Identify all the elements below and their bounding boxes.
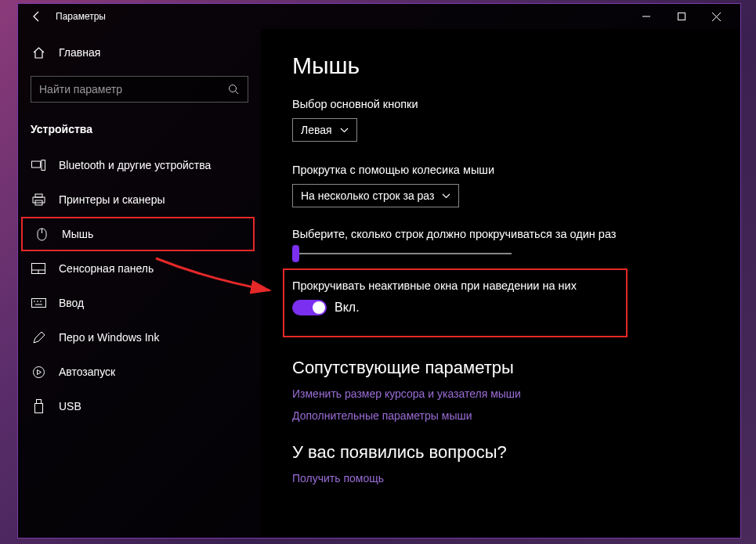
toggle-state-label: Вкл. <box>335 301 360 315</box>
related-heading: Сопутствующие параметры <box>292 358 709 378</box>
close-button[interactable] <box>699 5 734 28</box>
scroll-wheel-dropdown[interactable]: На несколько строк за раз <box>292 184 459 207</box>
devices-icon <box>31 157 46 173</box>
minimize-button[interactable] <box>628 5 664 28</box>
search-box[interactable] <box>31 76 248 103</box>
touchpad-icon <box>31 261 46 276</box>
link-advanced-mouse[interactable]: Дополнительные параметры мыши <box>292 409 709 422</box>
sidebar-item-label: Перо и Windows Ink <box>59 331 159 344</box>
maximize-button[interactable] <box>664 5 699 28</box>
questions-heading: У вас появились вопросы? <box>292 442 709 463</box>
dropdown-value: На несколько строк за раз <box>301 189 434 202</box>
sidebar-home-label: Главная <box>59 46 100 59</box>
pen-icon <box>31 330 46 345</box>
mouse-icon <box>34 226 49 242</box>
link-get-help[interactable]: Получить помощь <box>292 472 709 485</box>
scroll-wheel-label: Прокрутка с помощью колесика мыши <box>292 164 709 176</box>
sidebar-item-label: Bluetooth и другие устройства <box>59 159 211 171</box>
inactive-scroll-label: Прокручивать неактивные окна при наведен… <box>292 279 618 292</box>
inactive-scroll-row: Вкл. <box>292 300 618 315</box>
sidebar-item-bluetooth[interactable]: Bluetooth и другие устройства <box>18 148 261 182</box>
lines-label: Выберите, сколько строк должно прокручив… <box>292 228 709 240</box>
slider-thumb[interactable] <box>292 245 299 262</box>
window-title: Параметры <box>56 11 628 22</box>
page-title: Мышь <box>292 52 709 79</box>
lines-slider[interactable] <box>292 253 512 254</box>
inactive-scroll-toggle[interactable] <box>292 300 327 315</box>
search-icon <box>228 84 240 95</box>
svg-point-2 <box>230 85 237 92</box>
toggle-knob <box>313 301 325 314</box>
sidebar-item-pen[interactable]: Перо и Windows Ink <box>18 320 261 355</box>
svg-rect-4 <box>32 161 41 168</box>
sidebar-item-typing[interactable]: Ввод <box>18 286 261 320</box>
svg-rect-21 <box>34 404 42 413</box>
search-input[interactable] <box>39 83 228 95</box>
main-panel: Мышь Выбор основной кнопки Левая Прокрут… <box>261 29 740 538</box>
dropdown-value: Левая <box>301 124 332 136</box>
sidebar-item-label: Сенсорная панель <box>59 262 154 275</box>
svg-line-3 <box>236 91 239 94</box>
autoplay-icon <box>31 364 46 380</box>
svg-point-19 <box>33 366 44 377</box>
sidebar-item-label: Ввод <box>59 297 84 309</box>
sidebar-item-autoplay[interactable]: Автозапуск <box>18 355 261 389</box>
svg-rect-20 <box>36 400 41 404</box>
sidebar-item-label: Принтеры и сканеры <box>59 193 165 206</box>
sidebar-item-printers[interactable]: Принтеры и сканеры <box>18 182 261 217</box>
primary-button-label: Выбор основной кнопки <box>292 98 709 110</box>
svg-rect-6 <box>35 194 42 197</box>
sidebar-item-mouse[interactable]: Мышь <box>21 217 255 251</box>
chevron-down-icon <box>442 193 450 199</box>
keyboard-icon <box>31 295 46 311</box>
sidebar-item-touchpad[interactable]: Сенсорная панель <box>18 251 261 286</box>
svg-rect-14 <box>31 299 45 308</box>
chevron-down-icon <box>340 128 349 133</box>
sidebar: Главная Устройства Bluetooth и другие ус… <box>18 29 261 538</box>
titlebar: Параметры <box>18 4 740 29</box>
back-button[interactable] <box>24 4 49 29</box>
link-cursor-size[interactable]: Изменить размер курсора и указателя мыши <box>292 387 709 400</box>
home-icon <box>31 45 46 60</box>
sidebar-item-usb[interactable]: USB <box>18 389 261 423</box>
sidebar-category: Устройства <box>18 115 261 148</box>
usb-icon <box>31 398 46 414</box>
settings-window: Параметры Главная Устройства <box>17 3 741 539</box>
window-controls <box>628 5 734 28</box>
content: Главная Устройства Bluetooth и другие ус… <box>18 29 740 538</box>
sidebar-item-label: Автозапуск <box>59 366 115 378</box>
highlight-annotation: Прокручивать неактивные окна при наведен… <box>283 268 628 337</box>
printer-icon <box>31 192 46 207</box>
sidebar-item-label: USB <box>59 400 81 413</box>
sidebar-item-label: Мышь <box>62 228 93 240</box>
svg-rect-1 <box>678 13 685 20</box>
primary-button-dropdown[interactable]: Левая <box>292 118 357 142</box>
sidebar-home[interactable]: Главная <box>18 35 261 70</box>
svg-rect-5 <box>42 160 45 170</box>
